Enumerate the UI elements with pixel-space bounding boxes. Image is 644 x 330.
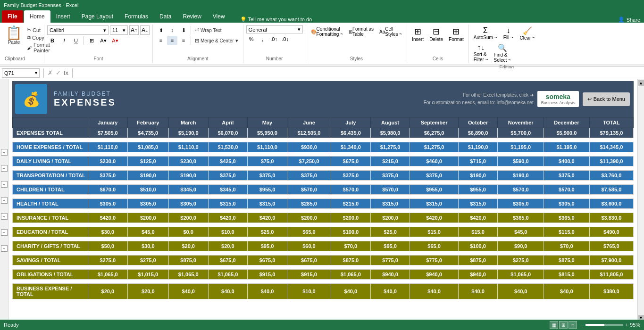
- zoom-out-button[interactable]: −: [581, 322, 584, 328]
- sidebar-plus-4[interactable]: +: [1, 197, 8, 204]
- row-value: $775,0: [410, 256, 458, 265]
- sort-filter-button[interactable]: ↑↓ Sort &Filter ~: [472, 42, 490, 64]
- budget-title-sub: EXPENSES: [54, 97, 420, 108]
- decrease-decimal-button[interactable]: .0↓: [280, 34, 291, 44]
- fx-icon[interactable]: fx: [64, 69, 68, 76]
- row-label: DAILY LIVING / TOTAL: [13, 157, 88, 166]
- row-value: $10,0: [287, 284, 331, 299]
- delete-button[interactable]: ⊟ Delete: [427, 25, 445, 43]
- autosum-button[interactable]: Σ AutoSum ~: [472, 25, 499, 41]
- bold-button[interactable]: B: [47, 36, 58, 45]
- row-total: $11,390,0: [589, 157, 633, 166]
- align-top-button[interactable]: ⬆: [156, 25, 166, 35]
- formula-input[interactable]: [76, 68, 642, 78]
- table-row: OBLIGATIONS / TOTAL $1,065,0 $1,015,0 $1…: [13, 270, 634, 280]
- format-as-table-button[interactable]: ⊞ Format asTable: [347, 25, 376, 38]
- sidebar-plus-3[interactable]: +: [1, 181, 8, 188]
- sidebar-plus-1[interactable]: +: [1, 149, 8, 156]
- paste-button[interactable]: 📋 Paste: [5, 25, 23, 46]
- row-value: $875,0: [331, 256, 371, 265]
- wrap-text-button[interactable]: ⏎ Wrap Text: [193, 27, 224, 34]
- align-bottom-button[interactable]: ⬇: [178, 25, 189, 35]
- back-to-menu-button[interactable]: ↩ Back to Menu: [583, 92, 630, 106]
- align-left-button[interactable]: ≡: [156, 36, 166, 45]
- row-value: $400,0: [544, 157, 590, 166]
- sidebar-plus-5[interactable]: +: [1, 213, 8, 220]
- row-value: $1,195,0: [544, 142, 590, 152]
- cancel-formula-icon[interactable]: ✗: [48, 69, 53, 76]
- row-value: $70,0: [331, 241, 371, 251]
- zoom-slider[interactable]: [585, 324, 623, 326]
- row-value: $0,0: [168, 227, 208, 237]
- percent-button[interactable]: %: [246, 34, 257, 44]
- clear-button[interactable]: 🧹 Clear ~: [518, 25, 537, 41]
- insert-button[interactable]: ⊞ Insert: [410, 25, 426, 43]
- tab-page-layout[interactable]: Page Layout: [76, 10, 119, 23]
- row-value: $1,015,0: [127, 270, 168, 280]
- row-label: SAVINGS / TOTAL: [13, 256, 88, 265]
- col-header-march: March: [168, 117, 208, 128]
- find-select-button[interactable]: 🔍 Find &Select ~: [492, 42, 513, 64]
- sidebar-plus-7[interactable]: +: [1, 245, 8, 252]
- row-value: $345,0: [168, 185, 208, 195]
- increase-decimal-button[interactable]: .0↑: [269, 34, 279, 44]
- underline-button[interactable]: U: [71, 36, 81, 45]
- ribbon-content: 📋 Paste ✂ Cut ⧉ Copy 🖌 Format Painter Cl…: [0, 23, 644, 65]
- scroll-bar-right[interactable]: ▲ ▼: [637, 79, 644, 322]
- sidebar-plus-2[interactable]: +: [1, 165, 8, 172]
- conditional-formatting-button[interactable]: 🎨 ConditionalFormatting ~: [309, 25, 345, 38]
- someka-logo: someka Business Analysis: [537, 91, 579, 107]
- comma-button[interactable]: ,: [258, 34, 268, 44]
- fill-button[interactable]: ↓ Fill ~: [501, 25, 516, 41]
- fill-color-button[interactable]: A▾: [98, 36, 109, 45]
- font-color-button[interactable]: A▾: [110, 36, 120, 45]
- alignment-label: Alignment: [156, 56, 240, 62]
- row-value: $315,0: [458, 199, 498, 209]
- row-total: $7,585,0: [589, 185, 633, 195]
- cell-styles-button[interactable]: Aa CellStyles ~: [377, 25, 404, 38]
- tab-review[interactable]: Review: [177, 10, 207, 23]
- align-middle-button[interactable]: ↕: [167, 25, 177, 35]
- align-right-button[interactable]: ≡: [178, 36, 189, 45]
- row-value: $315,0: [208, 199, 248, 209]
- tab-insert[interactable]: Insert: [50, 10, 76, 23]
- align-center-button[interactable]: ≡: [167, 36, 177, 45]
- row-value: $40,0: [248, 284, 287, 299]
- font-size-selector[interactable]: 11 ▾: [110, 25, 128, 35]
- row-label: CHARITY / GIFTS / TOTAL: [13, 241, 88, 251]
- format-button[interactable]: ⊞ Format: [447, 25, 466, 43]
- font-decrease-button[interactable]: A↓: [140, 25, 150, 35]
- table-row: DAILY LIVING / TOTAL $230,0 $125,0 $230,…: [13, 157, 634, 166]
- tab-formulas[interactable]: Formulas: [119, 10, 154, 23]
- spreadsheet[interactable]: 💰 FAMILY BUDGET EXPENSES For other Excel…: [8, 79, 637, 322]
- confirm-formula-icon[interactable]: ✓: [56, 69, 61, 76]
- row-total: $3,830,0: [589, 213, 633, 223]
- cell-reference[interactable]: Q71 ▾: [2, 68, 40, 78]
- number-format-selector[interactable]: General▾: [246, 25, 303, 33]
- page-break-view-button[interactable]: ≡: [569, 321, 577, 329]
- scroll-up-button[interactable]: ▲: [638, 80, 644, 86]
- sheet-container: + + + + + + + 💰 FAMILY BUDGET EXPENSES: [0, 79, 644, 322]
- row-value: $275,0: [127, 256, 168, 265]
- page-layout-view-button[interactable]: ⊞: [559, 321, 568, 329]
- font-name-selector[interactable]: Calibri ▾: [47, 25, 109, 35]
- row-value: $570,0: [331, 185, 371, 195]
- tab-view[interactable]: View: [207, 10, 231, 23]
- italic-button[interactable]: I: [59, 36, 69, 45]
- col-header-october: October: [458, 117, 498, 128]
- row-value: $275,0: [88, 256, 128, 265]
- col-header-july: July: [331, 117, 371, 128]
- normal-view-button[interactable]: ▦: [550, 321, 558, 329]
- tab-file[interactable]: File: [2, 10, 23, 23]
- merge-center-button[interactable]: ⊞ Merge & Center ▾: [193, 37, 240, 44]
- sidebar-plus-6[interactable]: +: [1, 229, 8, 236]
- status-bar: Ready ▦ ⊞ ≡ − + 95%: [0, 320, 644, 330]
- share-btn[interactable]: Share: [627, 17, 640, 23]
- tab-home[interactable]: Home: [24, 10, 50, 23]
- row-value: $305,0: [88, 199, 128, 209]
- row-value: $375,0: [544, 171, 590, 181]
- font-increase-button[interactable]: A↑: [129, 25, 139, 35]
- zoom-in-button[interactable]: +: [625, 322, 628, 328]
- border-button[interactable]: ⊞: [86, 36, 97, 45]
- tab-data[interactable]: Data: [154, 10, 177, 23]
